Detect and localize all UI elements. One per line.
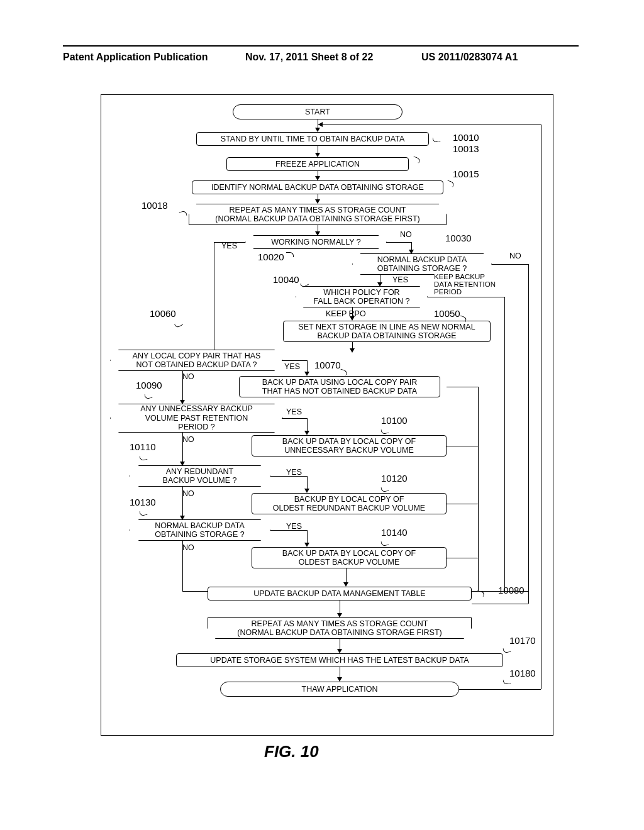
arrow-icon [315, 128, 320, 132]
connector [492, 264, 528, 265]
arrow-icon [337, 649, 342, 653]
label-yes: YES [284, 362, 300, 371]
node-set-next: SET NEXT STORAGE IN LINE AS NEW NORMAL B… [283, 321, 491, 342]
node-update-table: UPDATE BACKUP DATA MANAGEMENT TABLE [208, 587, 472, 600]
connector [307, 360, 308, 373]
loop-start: REPEAT AS MANY TIMES AS STORAGE COUNT (N… [189, 204, 447, 225]
node-backup-unnecessary: BACK UP DATA BY LOCAL COPY OF UNNECESSAR… [252, 435, 447, 456]
connector [182, 487, 183, 517]
label-no: NO [182, 435, 194, 444]
node-backup-oldest-text: BACK UP DATA BY LOCAL COPY OF OLDEST BAC… [282, 549, 416, 567]
decision-normal-storage: NORMAL BACKUP DATA OBTAINING STORAGE ? [352, 253, 492, 275]
arrow-icon [180, 400, 185, 404]
arrow-icon [318, 122, 323, 127]
header-right: US 2011/0283074 A1 [421, 52, 518, 63]
arrow-icon [337, 677, 342, 682]
header-rule [63, 45, 579, 47]
label-no: NO [182, 489, 194, 498]
connector [307, 530, 308, 544]
decision-normal-obtaining: NORMAL BACKUP DATA OBTAINING STORAGE ? [129, 519, 270, 541]
arrow-icon [180, 516, 185, 520]
loop-end-text: REPEAT AS MANY TIMES AS STORAGE COUNT (N… [237, 619, 442, 638]
arrow-icon [304, 431, 309, 435]
connector [472, 604, 528, 604]
connector [282, 418, 307, 419]
arrow-icon [180, 462, 185, 466]
header-mid: Nov. 17, 2011 Sheet 8 of 22 [245, 52, 373, 63]
ref-10030: 10030 [445, 233, 472, 243]
connector [528, 264, 529, 604]
arrow-icon [315, 153, 320, 157]
arrow-icon [315, 231, 320, 236]
ref-10015: 10015 [453, 169, 479, 179]
connector [282, 360, 307, 361]
label-keep-retention: KEEP BACKUP DATA RETENTION PERIOD [434, 273, 496, 296]
label-yes: YES [221, 241, 237, 250]
decision-redundant: ANY REDUNDANT BACKUP VOLUME ? [129, 465, 270, 487]
loop-end: REPEAT AS MANY TIMES AS STORAGE COUNT (N… [208, 617, 472, 639]
ref-10120: 10120 [381, 473, 408, 484]
node-backup-pair: BACK UP DATA USING LOCAL COPY PAIR THAT … [239, 376, 440, 397]
arrow-icon [304, 543, 309, 547]
label-no: NO [400, 230, 412, 239]
decision-normal-obtaining-text: NORMAL BACKUP DATA OBTAINING STORAGE ? [155, 521, 245, 540]
ref-10140: 10140 [381, 527, 408, 538]
label-yes: YES [286, 407, 302, 416]
ref-10130: 10130 [130, 497, 156, 507]
node-backup-redundant-text: BACKUP BY LOCAL COPY OF OLDEST REDUNDANT… [273, 495, 425, 513]
ref-10013: 10013 [453, 143, 479, 154]
ref-10090: 10090 [136, 380, 162, 390]
node-backup-unnecessary-text: BACK UP DATA BY LOCAL COPY OF UNNECESSAR… [282, 437, 416, 455]
node-freeze: FREEZE APPLICATION [226, 157, 409, 171]
arrow-icon [304, 489, 309, 493]
ref-10170: 10170 [509, 635, 536, 646]
label-yes: YES [392, 275, 408, 284]
decision-any-localpair-text: ANY LOCAL COPY PAIR THAT HAS NOT OBTAINE… [133, 351, 261, 370]
connector [428, 297, 504, 297]
node-backup-oldest: BACK UP DATA BY LOCAL COPY OF OLDEST BAC… [252, 547, 447, 568]
connector [504, 297, 505, 591]
connector [447, 387, 478, 387]
arrow-icon [315, 199, 320, 204]
connector [478, 387, 479, 591]
arrow-icon [409, 250, 414, 254]
connector [386, 242, 411, 243]
header-left: Patent Application Publication [63, 52, 208, 63]
node-thaw: THAW APPLICATION [220, 682, 459, 697]
label-keep-rpo: KEEP RPO [326, 309, 366, 318]
connector [182, 433, 183, 463]
node-standby: STAND BY UNTIL TIME TO OBTAIN BACKUP DAT… [196, 132, 429, 146]
connector [447, 504, 478, 504]
ref-10060: 10060 [150, 308, 176, 319]
ref-10100: 10100 [381, 415, 408, 426]
connector [459, 689, 541, 690]
ref-10040: 10040 [273, 274, 299, 285]
arrow-icon [350, 348, 355, 353]
decision-policy-text: WHICH POLICY FOR FALL BACK OPERATION ? [314, 288, 410, 306]
decision-policy: WHICH POLICY FOR FALL BACK OPERATION ? [296, 286, 428, 307]
connector [447, 558, 478, 558]
connector [214, 242, 245, 243]
label-no: NO [509, 252, 521, 260]
decision-unnecessary: ANY UNNECESSARY BACKUP VOLUME PAST RETEN… [110, 404, 283, 433]
arrow-icon [377, 282, 382, 287]
label-no: NO [182, 372, 194, 381]
ref-10020: 10020 [258, 252, 284, 262]
node-identify: IDENTIFY NORMAL BACKUP DATA OBTAINING ST… [192, 180, 443, 194]
ref-10180: 10180 [509, 668, 536, 678]
connector [214, 242, 214, 355]
ref-10050: 10050 [434, 308, 460, 319]
decision-any-localpair: ANY LOCAL COPY PAIR THAT HAS NOT OBTAINE… [110, 350, 283, 371]
connector [307, 418, 308, 432]
decision-working: WORKING NORMALLY ? [245, 235, 387, 249]
connector [270, 476, 307, 477]
node-backup-redundant: BACKUP BY LOCAL COPY OF OLDEST REDUNDANT… [252, 493, 447, 514]
arrow-icon [304, 372, 309, 376]
ref-10110: 10110 [130, 441, 156, 452]
node-update-system: UPDATE STORAGE SYSTEM WHICH HAS THE LATE… [176, 653, 503, 667]
connector [307, 476, 308, 490]
node-start: START [233, 104, 402, 119]
label-yes: YES [286, 468, 302, 477]
connector [330, 124, 541, 125]
figure-label: FIG. 10 [264, 742, 319, 761]
